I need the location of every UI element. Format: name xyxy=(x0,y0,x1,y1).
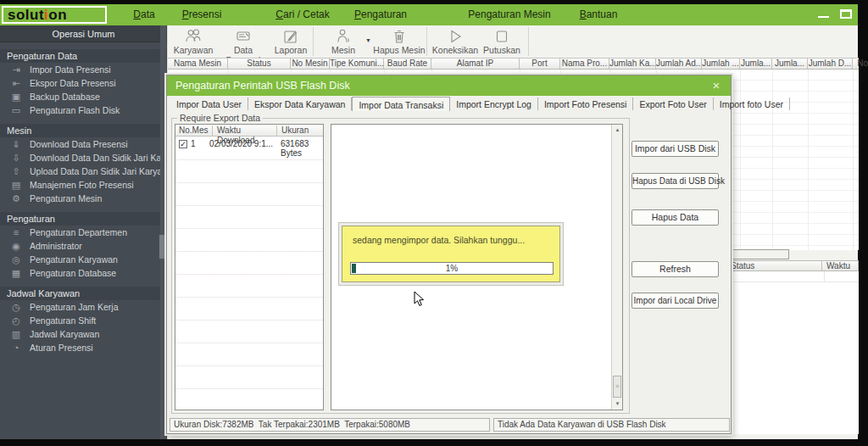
sidebar-item-pengaturan-database[interactable]: ▦Pengaturan Database xyxy=(0,266,167,280)
attendance-card-icon xyxy=(234,28,253,45)
column-header[interactable]: Jumlah ... xyxy=(702,59,740,69)
column-header[interactable]: Status xyxy=(727,261,822,270)
maximize-button[interactable] xyxy=(840,9,852,19)
sidebar-section-jadwal-karyawan[interactable]: Jadwal Karyawan xyxy=(0,287,167,300)
download-fingerprint-icon: ⇩ xyxy=(8,151,24,164)
toolbar-data-presensi[interactable]: Data Presensi xyxy=(217,28,270,57)
sidebar-item-label: Backup Database xyxy=(30,90,100,103)
toolbar-putuskan[interactable]: Putuskan xyxy=(480,28,524,57)
hapus-data-di-usb-disk-button[interactable]: Hapus Data di USB Disk xyxy=(632,173,719,189)
sidebar-item-aturan-presensi[interactable]: ◔Aturan Presensi xyxy=(0,341,167,354)
column-header[interactable]: Jumlah D... xyxy=(808,59,853,69)
tab-export-foto-user[interactable]: Export Foto User xyxy=(633,98,713,110)
column-header[interactable]: Alamat IP xyxy=(431,59,520,69)
sidebar-item-manajemen-foto-presensi[interactable]: ▤Manajemen Foto Presensi xyxy=(0,178,167,192)
menu-bantuan[interactable]: Bantuan xyxy=(575,4,622,25)
sidebar-section-pengaturan[interactable]: Pengaturan xyxy=(0,212,167,226)
sidebar-item-pengaturan-mesin[interactable]: ⚙Pengaturan Mesin xyxy=(0,192,167,205)
refresh-button[interactable]: Refresh xyxy=(632,261,719,277)
toolbar-label: Hapus Mesin xyxy=(373,45,425,55)
column-header[interactable]: No Mesin xyxy=(291,59,330,69)
minimize-button[interactable] xyxy=(816,9,832,20)
column-header[interactable]: Ukuran xyxy=(278,125,322,136)
admin-person-icon: ◉ xyxy=(8,239,24,253)
sidebar-item-impor-data-presensi[interactable]: ⇥Impor Data Presensi xyxy=(0,63,167,76)
sidebar-scrollbar[interactable] xyxy=(160,25,166,439)
transaction-list[interactable]: No.Mes Waktu Download Ukuran 1 02/03/202… xyxy=(175,124,324,410)
tab-impor-data-transaksi[interactable]: Impor Data Transaksi xyxy=(352,97,450,111)
list-item[interactable]: 1 02/03/2020 9:1... 631683 Bytes xyxy=(175,139,323,150)
sidebar: Operasi Umum Pengaturan Data ⇥Impor Data… xyxy=(0,25,167,439)
usb-data-status: Tidak Ada Data Karyawan di USB Flash Dis… xyxy=(493,418,730,432)
sidebar-item-pengaturan-flash-disk[interactable]: ▭Pengaturan Flash Disk xyxy=(0,103,167,117)
toolbar: Karyawan Data Presensi Laporan Mesin ▼ xyxy=(168,25,859,58)
menu-data[interactable]: Data xyxy=(124,4,164,25)
logo-text-2: on xyxy=(48,7,67,23)
upload-fingerprint-icon: ⇧ xyxy=(8,164,24,178)
scroll-down-icon[interactable]: ▼ xyxy=(612,399,623,410)
impor-dari-local-drive-button[interactable]: Impor dari Local Drive xyxy=(632,293,719,309)
menu-pengaturan-mesin[interactable]: Pengaturan Mesin xyxy=(465,4,554,25)
sidebar-section-mesin[interactable]: Mesin xyxy=(0,124,167,137)
sidebar-section-pengaturan-data[interactable]: Pengaturan Data xyxy=(0,49,167,63)
hapus-data-button[interactable]: Hapus Data xyxy=(632,209,719,226)
tab-import-encrypt-log[interactable]: Import Encrypt Log xyxy=(450,98,538,110)
mouse-cursor xyxy=(414,291,426,308)
column-header[interactable]: Jumla... xyxy=(740,59,772,69)
sidebar-item-administrator[interactable]: ◉Administrator xyxy=(0,239,167,253)
toolbar-hapus-mesin[interactable]: Hapus Mesin xyxy=(373,28,426,57)
sidebar-item-pengaturan-jam-kerja[interactable]: ◷Pengaturan Jam Kerja xyxy=(0,300,167,314)
column-header[interactable]: Jumla... xyxy=(772,59,808,69)
panel-scrollbar[interactable]: ▲ ≡ ▼ xyxy=(611,125,622,410)
column-header[interactable]: Waktu Download xyxy=(214,125,277,136)
sidebar-item-download-data-presensi[interactable]: ⇓Download Data Presensi xyxy=(0,137,167,151)
sidebar-item-pengaturan-departemen[interactable]: ≡Pengaturan Departemen xyxy=(0,226,167,239)
sidebar-item-pengaturan-shift[interactable]: ◴Pengaturan Shift xyxy=(0,314,167,327)
sidebar-item-download-sidik-jari[interactable]: ⇩Download Data Dan Sidik Jari Karyawan xyxy=(0,151,167,164)
column-header[interactable]: Nom... xyxy=(853,59,868,69)
scroll-thumb[interactable]: ≡ xyxy=(613,376,621,398)
sidebar-item-pengaturan-karyawan[interactable]: ◎Pengaturan Karyawan xyxy=(0,253,167,266)
toolbar-laporan[interactable]: Laporan xyxy=(271,28,310,57)
menu-pengaturan[interactable]: Pengaturan xyxy=(352,4,409,25)
column-header[interactable]: Nama Mesin xyxy=(168,59,228,69)
impor-dari-usb-disk-button[interactable]: Impor dari USB Disk xyxy=(632,141,719,157)
toolbar-koneksikan[interactable]: Koneksikan xyxy=(431,28,480,57)
sidebar-item-label: Pengaturan Departemen xyxy=(30,226,127,239)
download-icon: ⇓ xyxy=(8,137,24,151)
sidebar-item-label: Pengaturan Jam Kerja xyxy=(30,300,118,314)
column-header[interactable]: Jumlah Ad... xyxy=(656,59,702,69)
sidebar-item-backup-database[interactable]: ▣Backup Database xyxy=(0,90,167,103)
menu-cari-cetak[interactable]: Cari / Cetak xyxy=(273,4,332,25)
employees-icon: ◎ xyxy=(8,253,24,266)
mesin-dropdown-caret[interactable]: ▼ xyxy=(365,37,371,43)
tab-impor-data-user[interactable]: Impor Data User xyxy=(170,98,248,110)
logo-text: solut xyxy=(8,7,44,23)
column-header[interactable]: Jumlah Ka... xyxy=(609,59,656,69)
tab-import-foto-presensi[interactable]: Import Foto Presensi xyxy=(538,98,633,110)
row-no: 1 xyxy=(191,139,196,148)
tab-ekspor-data-karyawan[interactable]: Ekspor Data Karyawan xyxy=(248,98,352,110)
column-header[interactable]: Nama Pro... xyxy=(560,59,609,69)
tab-import-foto-user[interactable]: Import foto User xyxy=(714,98,790,110)
sidebar-item-ekspor-data-presensi[interactable]: ⇤Ekspor Data Presensi xyxy=(0,76,167,90)
sidebar-item-upload-sidik-jari[interactable]: ⇧Upload Data Dan Sidik Jari Karyawan xyxy=(0,164,167,178)
background-tab-chip xyxy=(728,249,789,259)
sidebar-scroll-thumb[interactable] xyxy=(159,235,165,259)
row-checkbox[interactable] xyxy=(179,140,187,148)
column-header[interactable]: Tipe Komuni... xyxy=(330,59,384,69)
photo-icon: ▤ xyxy=(8,178,24,192)
column-header[interactable]: Baud Rate xyxy=(384,59,431,69)
menu-presensi[interactable]: Presensi xyxy=(174,4,230,25)
status-table-body xyxy=(726,271,859,434)
usb-flash-disk-dialog: Pengaturan Perintah USB Flash Disk × Imp… xyxy=(166,75,732,434)
scroll-up-icon[interactable]: ▲ xyxy=(612,125,623,136)
column-header[interactable]: Status xyxy=(228,59,291,69)
toolbar-mesin[interactable]: Mesin xyxy=(322,28,364,57)
column-header[interactable]: No.Mes xyxy=(175,125,213,136)
column-header[interactable]: Waktu xyxy=(823,261,859,270)
toolbar-karyawan[interactable]: Karyawan xyxy=(170,28,217,57)
close-icon[interactable]: × xyxy=(709,78,724,93)
column-header[interactable]: Port xyxy=(520,59,560,69)
sidebar-item-jadwal-karyawan[interactable]: ▥Jadwal Karyawan xyxy=(0,327,167,341)
